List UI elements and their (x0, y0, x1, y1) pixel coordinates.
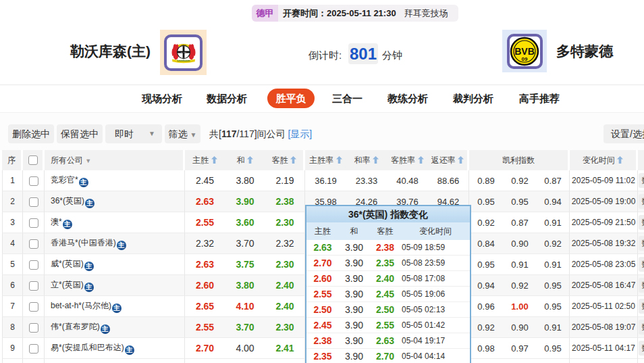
svg-text:Leverkusen: Leverkusen (177, 59, 190, 62)
svg-text:BVB: BVB (514, 46, 535, 57)
svg-text:09: 09 (522, 56, 528, 62)
svg-text:BAYER: BAYER (181, 51, 186, 53)
